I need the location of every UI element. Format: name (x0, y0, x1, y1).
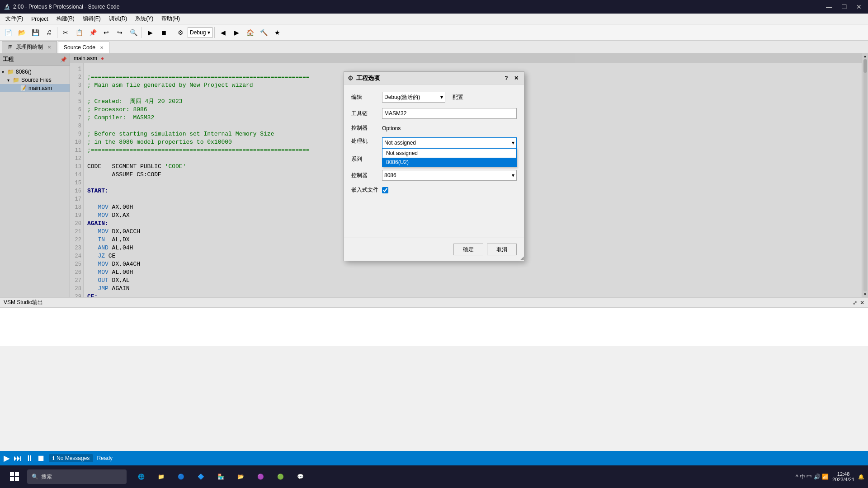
close-button[interactable]: ✕ (854, 3, 864, 10)
build-label: 编辑 (351, 94, 378, 101)
tb-stop[interactable]: ⏹ (157, 26, 170, 39)
task-icon-store[interactable]: 🏪 (212, 468, 230, 486)
sep3 (172, 27, 172, 38)
tb-find[interactable]: 🔍 (127, 26, 140, 39)
tb-open[interactable]: 📂 (15, 26, 28, 39)
start-button[interactable] (4, 468, 25, 486)
tb-back[interactable]: ◀ (217, 26, 229, 39)
tb-undo[interactable]: ↩ (100, 26, 113, 39)
svg-rect-3 (15, 477, 19, 481)
title-bar-controls: — ☐ ✕ (823, 3, 864, 10)
task-icon-edge[interactable]: 🔷 (192, 468, 210, 486)
task-icon-ie[interactable]: 🔵 (172, 468, 190, 486)
modal-footer: 确定 取消 (344, 238, 524, 261)
taskbar-right: ^ 中 中 🔊 📶 12:48 2023/4/21 🔔 (796, 471, 864, 482)
embedded-label: 嵌入式文件 (351, 186, 378, 194)
tb-redo[interactable]: ↪ (113, 26, 126, 39)
menu-file[interactable]: 文件(F) (2, 14, 27, 23)
processor-option-8086[interactable]: 8086(U2) (382, 158, 516, 167)
cancel-button[interactable]: 取消 (487, 244, 517, 255)
controller-label: 控制器 (351, 172, 378, 179)
bottom-expand[interactable]: ⤢ (853, 300, 857, 306)
tb-paste[interactable]: 📌 (86, 26, 99, 39)
controller-dropdown[interactable]: 8086 ▾ (382, 170, 517, 181)
menu-system[interactable]: 系统(Y) (132, 14, 157, 23)
debug-dropdown[interactable]: Debug ▾ (188, 27, 212, 38)
menu-project[interactable]: Project (28, 15, 52, 23)
status-bar: ▶ ⏭ ⏸ ⏹ ℹ No Messages Ready (0, 451, 868, 465)
tb-save[interactable]: 💾 (29, 26, 42, 39)
controller-value: 8086 (384, 172, 396, 178)
build-dropdown[interactable]: Debug(激活的) ▾ (382, 92, 445, 103)
bottom-panel: VSM Studio输出 ⤢ ✕ (0, 297, 868, 346)
modal-title-actions: ? ✕ (502, 74, 520, 82)
status-stop[interactable]: ⏹ (37, 454, 45, 463)
status-pause[interactable]: ⏸ (25, 454, 33, 463)
svg-rect-0 (10, 472, 14, 476)
resize-handle[interactable]: ◢ (519, 255, 524, 261)
tb-forward[interactable]: ▶ (230, 26, 243, 39)
taskbar-notification[interactable]: 🔔 (858, 474, 864, 480)
task-icon-browser[interactable]: 🌐 (132, 468, 150, 486)
tb-cut[interactable]: ✂ (59, 26, 72, 39)
modal-row-toolchain: 工具链 (351, 108, 517, 119)
modal-help-button[interactable]: ? (502, 74, 510, 82)
tb-run[interactable]: ▶ (144, 26, 156, 39)
tb-new[interactable]: 📄 (2, 26, 14, 39)
processor-dropdown[interactable]: Not assigned ▾ (382, 137, 517, 148)
modal-close-button[interactable]: ✕ (512, 74, 520, 82)
tb-print[interactable]: 🖨 (42, 26, 55, 39)
options-label: Options (382, 125, 401, 131)
tb-copy[interactable]: 📋 (73, 26, 85, 39)
taskbar-icons: 🌐 📁 🔵 🔷 🏪 📂 🟣 🟢 💬 (132, 468, 309, 486)
modal-title-text: 工程选项 (356, 74, 380, 82)
modal-row-processor: 处理机 Not assigned ▾ Not assigned 8086(U2) (351, 137, 517, 148)
status-ready: Ready (97, 455, 113, 461)
status-play2[interactable]: ⏭ (14, 454, 22, 463)
confirm-button[interactable]: 确定 (453, 244, 483, 255)
menu-edit[interactable]: 编辑(E) (79, 14, 104, 23)
controller-arrow: ▾ (512, 172, 514, 178)
tb-star[interactable]: ★ (271, 26, 283, 39)
sep1 (57, 27, 57, 38)
tab-source-code[interactable]: Source Code ✕ (58, 42, 109, 53)
tab-source-code-close[interactable]: ✕ (100, 45, 104, 50)
task-icon-onenote[interactable]: 🟣 (251, 468, 269, 486)
tab-schematic-close[interactable]: ✕ (47, 45, 51, 50)
window-title: 2.00 - Proteus 8 Professional - Source C… (13, 4, 119, 10)
sep4 (214, 27, 215, 38)
modal-row-controller-opts: 控制器 Options (351, 124, 517, 132)
taskbar-search[interactable]: 🔍 搜索 (27, 469, 127, 484)
task-icon-teams[interactable]: 🟢 (271, 468, 289, 486)
search-icon: 🔍 (32, 474, 38, 480)
bottom-close[interactable]: ✕ (860, 300, 864, 306)
processor-arrow: ▾ (512, 140, 514, 146)
sep2 (142, 27, 142, 38)
tabs-row: 🖹 原理图绘制 ✕ Source Code ✕ (0, 41, 868, 53)
tab-schematic[interactable]: 🖹 原理图绘制 ✕ (2, 41, 57, 53)
svg-rect-1 (15, 472, 19, 476)
task-icon-explorer[interactable]: 📂 (231, 468, 250, 486)
no-messages-label: No Messages (57, 455, 90, 461)
menu-debug[interactable]: 调试(D) (105, 14, 131, 23)
toolchain-input[interactable] (382, 108, 517, 119)
tb-home[interactable]: 🏠 (244, 26, 256, 39)
menu-help[interactable]: 帮助(H) (158, 14, 184, 23)
tb-settings[interactable]: ⚙ (174, 26, 187, 39)
task-icon-wechat[interactable]: 💬 (291, 468, 309, 486)
processor-option-not-assigned[interactable]: Not assigned (382, 149, 516, 158)
taskbar: 🔍 搜索 🌐 📁 🔵 🔷 🏪 📂 🟣 🟢 💬 ^ 中 中 🔊 📶 12:48 2… (0, 465, 868, 488)
task-icon-files[interactable]: 📁 (152, 468, 170, 486)
taskbar-clock: 12:48 2023/4/21 (832, 471, 854, 482)
minimize-button[interactable]: — (823, 3, 835, 10)
info-icon: ℹ (52, 455, 55, 461)
build-arrow: ▾ (440, 94, 443, 100)
processor-dropdown-popup[interactable]: Not assigned 8086(U2) (382, 148, 517, 167)
maximize-button[interactable]: ☐ (839, 3, 850, 10)
menu-build[interactable]: 构建(B) (53, 14, 78, 23)
embedded-checkbox[interactable] (382, 187, 388, 193)
status-play[interactable]: ▶ (4, 453, 10, 463)
tb-build2[interactable]: 🔨 (257, 26, 270, 39)
title-bar: 🔬 2.00 - Proteus 8 Professional - Source… (0, 0, 868, 14)
taskbar-time: 12:48 (832, 471, 854, 477)
